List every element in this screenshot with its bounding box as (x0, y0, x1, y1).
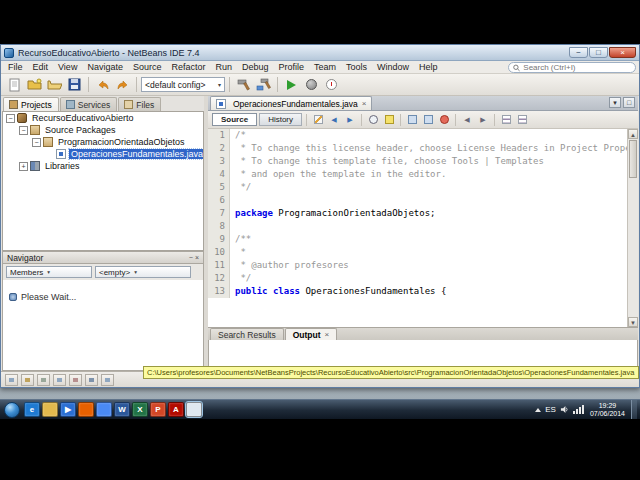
maximize-editor-icon[interactable]: □ (623, 97, 635, 108)
shift-right-button[interactable]: ▶ (476, 113, 490, 127)
taskbar-icon-acrobat[interactable]: A (168, 402, 184, 417)
redo-button[interactable] (113, 75, 132, 94)
panel-tab-projects[interactable]: Projects (3, 97, 59, 111)
network-icon[interactable] (573, 405, 584, 414)
menu-item-debug[interactable]: Debug (237, 62, 274, 72)
close-panel-icon[interactable]: × (195, 254, 199, 261)
highlight-button[interactable] (382, 113, 396, 127)
menu-item-team[interactable]: Team (309, 62, 341, 72)
editor-scrollbar[interactable]: ▲ ▼ (627, 129, 638, 327)
taskbar-icon-media-player[interactable]: ▶ (60, 402, 76, 417)
previous-bookmark-button[interactable] (405, 113, 419, 127)
new-file-button[interactable] (5, 75, 24, 94)
scrollbar-thumb[interactable] (629, 140, 637, 178)
menu-item-profile[interactable]: Profile (274, 62, 310, 72)
tree-expander-icon[interactable]: + (19, 162, 28, 171)
build-button[interactable] (234, 75, 253, 94)
menu-item-refactor[interactable]: Refactor (166, 62, 210, 72)
scroll-up-icon[interactable]: ▲ (628, 129, 638, 139)
tree-node[interactable]: OperacionesFundamentales.java (3, 148, 203, 160)
menu-item-help[interactable]: Help (414, 62, 443, 72)
titlebar[interactable]: RecursoEducativoAbierto - NetBeans IDE 7… (1, 45, 639, 61)
tray-expand-icon[interactable] (535, 408, 541, 412)
close-button[interactable]: × (609, 47, 636, 58)
show-desktop-button[interactable] (631, 400, 637, 420)
taskbar-icon-firefox[interactable] (78, 402, 94, 417)
quick-search[interactable] (508, 62, 636, 73)
tree-expander-icon[interactable]: − (19, 126, 28, 135)
taskbar-icon-windows-explorer[interactable] (42, 402, 58, 417)
status-strip-icon[interactable] (37, 374, 50, 386)
search-input[interactable] (523, 63, 631, 72)
taskbar-clock[interactable]: 19:29 07/06/2014 (590, 402, 625, 418)
tree-node[interactable]: −ProgramacionOrientadaObjetos (3, 136, 203, 148)
menu-item-run[interactable]: Run (210, 62, 237, 72)
tree-expander-icon[interactable]: − (6, 114, 15, 123)
minimize-panel-icon[interactable]: − (189, 254, 193, 261)
next-error-button[interactable] (437, 113, 451, 127)
code-editor[interactable]: 1/*2 * To change this license header, ch… (208, 129, 638, 327)
back-button[interactable]: ◀ (327, 113, 341, 127)
clean-build-button[interactable] (254, 75, 273, 94)
status-strip-icon[interactable] (101, 374, 114, 386)
scroll-down-icon[interactable]: ▼ (628, 317, 638, 327)
last-edit-button[interactable] (311, 113, 325, 127)
shift-left-button[interactable]: ◀ (460, 113, 474, 127)
language-indicator[interactable]: ES (545, 405, 556, 414)
status-strip-icon[interactable] (85, 374, 98, 386)
start-button[interactable] (4, 402, 20, 418)
menu-item-view[interactable]: View (53, 62, 82, 72)
tab-list-icon[interactable]: ▾ (609, 97, 621, 108)
taskbar-icon-netbeans[interactable] (186, 402, 202, 417)
tree-node[interactable]: −Source Packages (3, 124, 203, 136)
profile-button[interactable] (322, 75, 341, 94)
status-strip-icon[interactable] (5, 374, 18, 386)
last-edit-icon (314, 115, 323, 124)
taskbar-icon-word[interactable]: W (114, 402, 130, 417)
taskbar-icon-internet-explorer[interactable]: e (24, 402, 40, 417)
save-all-button[interactable] (65, 75, 84, 94)
find-selection-button[interactable] (366, 113, 380, 127)
menu-item-source[interactable]: Source (128, 62, 167, 72)
tab-close-icon[interactable]: × (325, 330, 330, 339)
menu-item-window[interactable]: Window (372, 62, 414, 72)
comment-button[interactable] (499, 113, 513, 127)
tab-output[interactable]: Output × (285, 328, 338, 340)
status-strip-icon[interactable] (69, 374, 82, 386)
navigator-header[interactable]: Navigator − × (2, 251, 204, 264)
minimize-button[interactable]: − (569, 47, 588, 58)
panel-tab-services[interactable]: Services (60, 97, 118, 111)
config-dropdown[interactable]: <default config> ▾ (141, 77, 225, 92)
new-project-button[interactable] (25, 75, 44, 94)
taskbar-icon-powerpoint[interactable]: P (150, 402, 166, 417)
tab-close-icon[interactable]: × (362, 100, 367, 108)
filter-dropdown[interactable]: <empty> ▾ (95, 266, 191, 278)
tree-node[interactable]: +Libraries (3, 160, 203, 172)
source-view-button[interactable]: Source (212, 113, 257, 126)
menu-item-file[interactable]: File (3, 62, 28, 72)
menu-item-tools[interactable]: Tools (341, 62, 372, 72)
undo-button[interactable] (93, 75, 112, 94)
debug-button[interactable] (302, 75, 321, 94)
maximize-button[interactable]: □ (589, 47, 608, 58)
menu-item-edit[interactable]: Edit (28, 62, 54, 72)
menu-item-navigate[interactable]: Navigate (82, 62, 128, 72)
navigator-title: Navigator (7, 253, 43, 263)
status-strip-icon[interactable] (21, 374, 34, 386)
panel-tab-files[interactable]: Files (118, 97, 161, 111)
tree-expander-icon[interactable]: − (32, 138, 41, 147)
forward-button[interactable]: ▶ (343, 113, 357, 127)
run-button[interactable] (282, 75, 301, 94)
taskbar-icon-excel[interactable]: X (132, 402, 148, 417)
tree-node[interactable]: −RecursoEducativoAbierto (3, 112, 203, 124)
members-dropdown[interactable]: Members ▾ (6, 266, 92, 278)
editor-tab-operacionesfundamentales[interactable]: OperacionesFundamentales.java × (210, 96, 372, 110)
taskbar-icon-chrome[interactable] (96, 402, 112, 417)
uncomment-button[interactable] (515, 113, 529, 127)
tab-search-results[interactable]: Search Results (210, 328, 284, 340)
next-bookmark-button[interactable] (421, 113, 435, 127)
status-strip-icon[interactable] (53, 374, 66, 386)
open-project-button[interactable] (45, 75, 64, 94)
volume-icon[interactable] (560, 405, 569, 414)
history-view-button[interactable]: History (259, 113, 302, 126)
